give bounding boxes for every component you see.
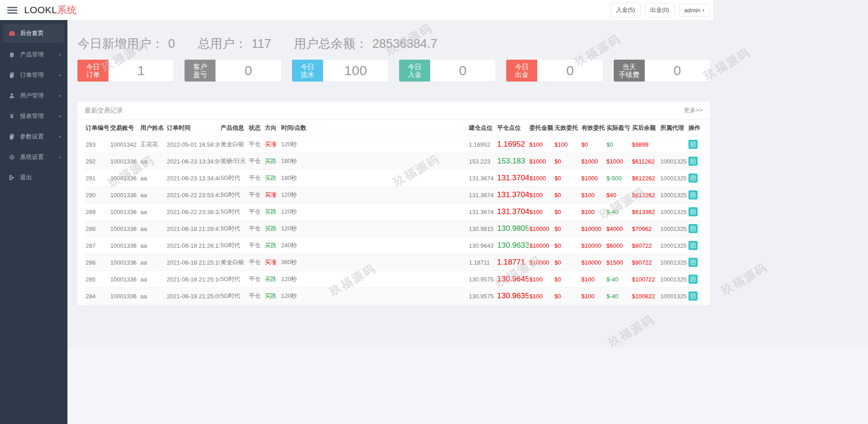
cell-close: 130.9633 — [496, 237, 529, 254]
column-header-agent: 所属代理 — [659, 120, 688, 136]
cell-id: 291 — [85, 170, 109, 187]
stat-card-value: 0 — [430, 60, 495, 82]
sidebar-item-5[interactable]: 参数设置▸ — [0, 126, 67, 147]
order-detail-button[interactable] — [688, 190, 698, 199]
cell-time: 2021-06-18 21:28:41 — [166, 220, 220, 237]
cell-valid: $0 — [580, 136, 606, 153]
cell-agent: 10001325 — [659, 237, 688, 254]
params-icon — [8, 133, 16, 140]
stat-card-4: 今日出金0 — [506, 60, 602, 82]
cell-time: 2021-06-22 23:38:32 — [166, 204, 220, 220]
sidebar-item-label: 参数设置 — [20, 133, 44, 141]
stat-card-tag-line: 出金 — [515, 71, 529, 78]
order-detail-button[interactable] — [688, 258, 698, 267]
watermark-text: 玖福源码 — [719, 260, 770, 298]
cell-status: 平仓 — [248, 136, 264, 153]
cell-duration: 180秒 — [280, 153, 468, 170]
cell-close: 131.3704 — [496, 170, 529, 187]
stat-card-5: 当天手续费0 — [614, 60, 710, 82]
order-detail-button[interactable] — [688, 157, 698, 166]
cell-status: 平仓 — [248, 170, 264, 187]
cell-name: aa — [139, 271, 166, 288]
cell-product: 5G时代 — [220, 237, 248, 254]
order-detail-button[interactable] — [688, 207, 698, 216]
cell-profit: $-500 — [606, 170, 631, 187]
cell-account: 10001336 — [109, 237, 139, 254]
cell-action — [688, 254, 703, 271]
stat-value: 28536384.7 — [372, 37, 437, 51]
cell-invalid: $0 — [554, 220, 580, 237]
stat-card-value: 0 — [537, 60, 602, 82]
order-detail-button[interactable] — [688, 275, 698, 284]
sidebar-item-6[interactable]: 系统设置▸ — [0, 147, 67, 167]
order-detail-button[interactable] — [688, 224, 698, 233]
order-detail-button[interactable] — [688, 140, 698, 149]
cell-amount: $100 — [529, 136, 554, 153]
sidebar-item-7[interactable]: 退出 — [0, 167, 67, 188]
withdraw-button[interactable]: 出金(0) — [645, 3, 675, 17]
cell-close: 130.9635 — [496, 288, 529, 305]
cell-profit: $-40 — [606, 288, 631, 305]
cell-amount: $100 — [529, 271, 554, 288]
order-detail-button[interactable] — [688, 241, 698, 250]
cell-action — [688, 170, 703, 187]
deposit-button[interactable]: 入金(5) — [611, 3, 641, 17]
stat-card-tag-line: 流水 — [301, 71, 314, 78]
cell-valid: $100 — [580, 187, 606, 204]
table-row: 29010001336aa2021-06-22 23:53:425G时代平仓买涨… — [85, 187, 703, 204]
stat-1: 总用户：117 — [198, 36, 271, 52]
bitcoin-icon: ฿ — [8, 51, 16, 58]
cell-action — [688, 220, 703, 237]
cell-open: 130.9643 — [468, 237, 496, 254]
stat-card-value: 100 — [323, 60, 388, 82]
cell-direction: 买跌 — [264, 170, 280, 187]
cell-name: aa — [139, 187, 166, 204]
sidebar-item-2[interactable]: 订单管理▸ — [0, 65, 67, 85]
cell-valid: $100 — [580, 288, 606, 305]
cell-invalid: $0 — [554, 254, 580, 271]
sidebar-item-3[interactable]: 用户管理▸ — [0, 85, 67, 106]
chevron-right-icon: ▸ — [59, 72, 62, 77]
cell-account: 10001336 — [109, 271, 139, 288]
more-link[interactable]: 更多>> — [684, 106, 703, 114]
cell-name: aa — [139, 220, 166, 237]
sidebar-item-4[interactable]: ¥报表管理▸ — [0, 106, 67, 126]
user-icon — [8, 92, 16, 99]
cell-duration: 120秒 — [280, 288, 468, 305]
stat-card-3: 今日入金0 — [399, 60, 495, 82]
app-logo: LOOKL系统 — [24, 4, 77, 16]
cell-open: 130.9575 — [468, 288, 496, 305]
logo-text-red: 系统 — [57, 5, 77, 15]
cell-open: 131.3674 — [468, 204, 496, 220]
stat-label: 总用户： — [198, 36, 247, 52]
sidebar-item-label: 系统设置 — [20, 153, 44, 161]
stat-card-tag: 当天手续费 — [614, 60, 645, 82]
stat-card-tag-line: 手续费 — [619, 71, 639, 78]
cell-amount: $100 — [529, 204, 554, 220]
column-header-direction: 方向 — [264, 120, 280, 136]
stat-2: 用户总余额：28536384.7 — [294, 36, 437, 52]
table-row: 28610001336aa2021-06-18 21:25:19黄金白银平仓买涨… — [85, 254, 703, 271]
admin-menu-button[interactable]: admin ▾ — [679, 4, 710, 17]
cell-name: aa — [139, 153, 166, 170]
table-row: 28410001336aa2021-06-18 21:25:095G时代平仓买跌… — [85, 288, 703, 305]
cell-product: 5G时代 — [220, 204, 248, 220]
sidebar-item-0[interactable]: 后台首页 — [3, 24, 64, 43]
cell-name: aa — [139, 254, 166, 271]
sidebar: 后台首页฿产品管理▸订单管理▸用户管理▸¥报表管理▸参数设置▸系统设置▸退出 — [0, 20, 67, 424]
sidebar-item-1[interactable]: ฿产品管理▸ — [0, 44, 67, 65]
menu-toggle-button[interactable] — [7, 5, 17, 15]
order-detail-button[interactable] — [688, 174, 698, 183]
column-header-balance: 买后余额 — [631, 120, 659, 136]
cell-profit: $6000 — [606, 237, 631, 254]
column-header-time: 订单时间 — [166, 120, 220, 136]
order-detail-button[interactable] — [688, 291, 698, 301]
cell-balance: $9899 — [631, 136, 659, 153]
panel-title: 最新交易记录 — [85, 107, 123, 114]
cell-amount: $1000 — [529, 153, 554, 170]
cell-action — [688, 271, 703, 288]
cell-id: 293 — [85, 136, 109, 153]
gear-icon — [8, 153, 16, 161]
sidebar-item-label: 用户管理 — [20, 92, 44, 100]
stat-value: 0 — [168, 37, 175, 51]
